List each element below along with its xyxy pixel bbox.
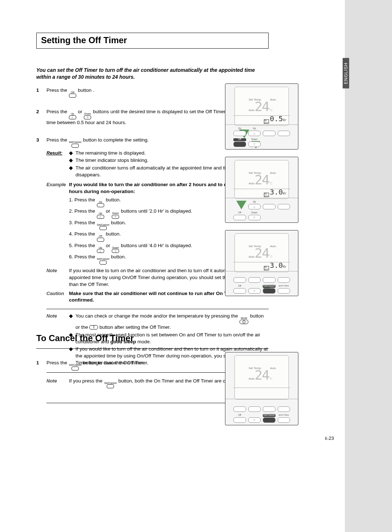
blank-button — [278, 131, 290, 136]
note-label: Note — [46, 267, 69, 288]
blank-button — [278, 277, 290, 283]
off-button — [233, 215, 246, 220]
setcancel-button-icon: Set/Cancel — [69, 364, 81, 371]
up-button: △ — [248, 204, 261, 209]
mode-button-icon: Mode — [240, 317, 248, 324]
temp-value: 24 — [254, 103, 269, 111]
remote-display-1: Set Temp. Auto Auto 24 °C On Off 0.5 Hr — [225, 83, 298, 150]
off-button — [233, 288, 246, 294]
divider — [36, 348, 269, 349]
blank-button — [263, 277, 275, 283]
text: or — [78, 109, 84, 114]
off-button-icon: Off — [97, 235, 104, 242]
step-number: 2 — [36, 109, 46, 126]
result-a: The remaining time is displayed. — [75, 150, 146, 157]
setcancel-button-icon: Set/Cancel — [69, 141, 81, 148]
step-number: 1 — [36, 87, 46, 98]
caution-label: Caution — [46, 290, 69, 304]
up-button-icon: Up△ — [97, 212, 104, 219]
setcancel-button-icon: Set/Cancel — [104, 382, 117, 389]
note-label: Note — [46, 378, 69, 389]
setcancel-button — [263, 417, 275, 423]
down-button: ▽ — [248, 417, 261, 423]
down-button: ▽ — [248, 142, 261, 147]
page-margin — [345, 0, 392, 532]
blank-button — [248, 277, 261, 283]
remote-display-cancel: Set Temp. Auto Auto 24 °C Off — [225, 352, 298, 433]
blank-button — [233, 406, 246, 412]
blank-button — [263, 406, 275, 412]
cancel-title: To Cancel the Off Timer — [36, 333, 269, 343]
off-button-icon: Off — [69, 91, 76, 98]
text: button . — [78, 87, 94, 93]
goodsleep-button — [278, 288, 290, 294]
remote-display-3: Set Temp. Auto Auto 24 °C On Off 3.0 Hr — [225, 230, 298, 296]
manual-page: ENGLISH Setting the Off Timer You can se… — [0, 0, 392, 532]
down-button: ▽ — [248, 288, 261, 294]
up-button-icon: Up △ — [69, 112, 76, 119]
remote-display-2: Set Temp. Auto Auto 24 °C On Off 3.0 Hr — [225, 157, 298, 223]
down-button-icon: Down ▽ — [84, 112, 91, 119]
setcancel-button-icon: Set/Cancel — [97, 258, 109, 265]
remote-illustrations: Set Temp. Auto Auto 24 °C On Off 0.5 Hr — [225, 83, 307, 303]
down-button-icon: Down▽ — [112, 212, 119, 219]
up-button: △ — [248, 131, 261, 136]
page-number: E-23 — [325, 435, 334, 441]
blank-button — [278, 406, 290, 412]
on-button — [233, 131, 246, 136]
on-button-icon: On — [97, 201, 104, 208]
off-button — [233, 417, 246, 423]
up-button-icon: Up△ — [97, 246, 104, 253]
goodsleep-button — [278, 417, 290, 423]
text: Press the — [46, 109, 69, 114]
setcancel-button-icon: Set/Cancel — [97, 224, 109, 230]
blank-button — [278, 204, 290, 209]
result-label: Result: — [46, 150, 69, 156]
blank-button — [263, 131, 275, 136]
down-button: ▽ — [248, 215, 261, 220]
divider — [46, 309, 269, 309]
blank-button — [248, 406, 261, 412]
intro-text: You can set the Off Timer to turn off th… — [36, 67, 269, 81]
step-number: 1 — [36, 360, 46, 407]
blank-button — [263, 204, 275, 209]
page-title: Setting the Off Timer — [36, 33, 269, 49]
result-b: The timer indicator stops blinking. — [75, 157, 148, 164]
text: Press the — [46, 137, 69, 143]
blank-button — [233, 277, 246, 283]
example-label: Example — [46, 181, 69, 265]
language-tab: ENGLISH — [343, 58, 349, 89]
down-button-icon: Down▽ — [112, 246, 119, 253]
text: button to complete the setting. — [83, 137, 149, 143]
temp-button-icon — [89, 325, 98, 330]
text: Press the — [46, 87, 69, 93]
setcancel-button — [263, 288, 275, 294]
off-button — [233, 142, 246, 147]
